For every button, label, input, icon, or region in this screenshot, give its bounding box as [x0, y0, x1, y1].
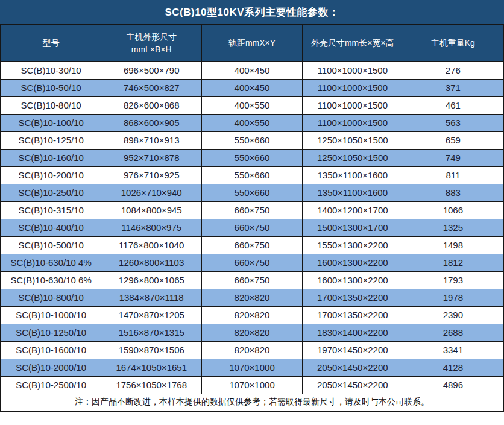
table-cell: 1146×800×975 — [101, 219, 202, 236]
table-cell: 1700×1350×2200 — [302, 306, 403, 324]
table-row: SC(B)10-400/101146×800×975660×7501500×13… — [1, 219, 503, 236]
table-cell: 952×710×878 — [101, 149, 202, 166]
table-cell: 1070×1000 — [202, 376, 303, 394]
table-cell: SC(B)10-50/10 — [1, 79, 101, 96]
table-row: SC(B)10-2000/101674×1050×16511070×100020… — [1, 359, 503, 376]
table-cell: 1793 — [403, 271, 503, 289]
table-header: 型号 主机外形尺寸 mmL×B×H 轨距mmX×Y 外壳尺寸mm长×宽×高 主机… — [1, 25, 503, 61]
table-cell: 1674×1050×1651 — [101, 359, 202, 376]
table-cell: 826×600×868 — [101, 96, 202, 114]
table-cell: SC(B)10-1000/10 — [1, 306, 101, 324]
table-cell: 2050×1450×2200 — [302, 376, 403, 394]
table-row: SC(B)10-1000/101470×870×1205820×8201700×… — [1, 306, 503, 324]
table-cell: 1100×1000×1500 — [302, 114, 403, 131]
table-cell: 400×550 — [202, 114, 303, 131]
table-cell: SC(B)10-160/10 — [1, 149, 101, 166]
table-cell: SC(B)10-250/10 — [1, 184, 101, 201]
table-cell: SC(B)10-125/10 — [1, 131, 101, 149]
table-cell: 2390 — [403, 306, 503, 324]
table-title-bar: SC(B)10型10KV系列主要性能参数： — [0, 0, 504, 24]
column-header-label: 轨距mmX×Y — [228, 38, 276, 48]
table-cell: 550×660 — [202, 184, 303, 201]
table-row: SC(B)10-2500/101756×1050×17681070×100020… — [1, 376, 503, 394]
table-cell: SC(B)10-1600/10 — [1, 341, 101, 359]
table-row: SC(B)10-1250/101516×870×1315820×8201830×… — [1, 324, 503, 341]
table-cell: 1100×1000×1500 — [302, 61, 403, 79]
table-cell: 3341 — [403, 341, 503, 359]
table-cell: SC(B)10-80/10 — [1, 96, 101, 114]
table-cell: 659 — [403, 131, 503, 149]
column-header-rail-gauge: 轨距mmX×Y — [202, 25, 303, 61]
table-cell: SC(B)10-315/10 — [1, 201, 101, 219]
column-header-subline: mmL×B×H — [102, 43, 200, 56]
table-cell: SC(B)10-800/10 — [1, 289, 101, 306]
table-cell: 1400×1200×1700 — [302, 201, 403, 219]
table-cell: 2688 — [403, 324, 503, 341]
table-footer: 注：因产品不断改进，本样本提供的数据仅供参考；若需取得最新尺寸，请及时与本公司联… — [1, 394, 503, 411]
table-cell: 660×750 — [202, 254, 303, 271]
table-cell: 400×550 — [202, 96, 303, 114]
table-cell: 1500×1300×1700 — [302, 219, 403, 236]
table-cell: 1590×870×1506 — [101, 341, 202, 359]
table-cell: 1100×1000×1500 — [302, 96, 403, 114]
table-cell: 1700×1350×2200 — [302, 289, 403, 306]
table-cell: 1978 — [403, 289, 503, 306]
table-row: SC(B)10-800/101384×870×1118820×8201700×1… — [1, 289, 503, 306]
table-cell: 550×660 — [202, 149, 303, 166]
table-cell: 660×750 — [202, 271, 303, 289]
table-cell: 820×820 — [202, 289, 303, 306]
table-cell: 461 — [403, 96, 503, 114]
table-cell: 868×600×905 — [101, 114, 202, 131]
table-cell: 276 — [403, 61, 503, 79]
table-cell: 1384×870×1118 — [101, 289, 202, 306]
table-cell: 660×750 — [202, 201, 303, 219]
table-cell: SC(B)10-30/10 — [1, 61, 101, 79]
table-cell: SC(B)10-400/10 — [1, 219, 101, 236]
table-cell: 371 — [403, 79, 503, 96]
table-row: SC(B)10-100/10868×600×905400×5501100×100… — [1, 114, 503, 131]
table-row: SC(B)10-315/101084×800×945660×7501400×12… — [1, 201, 503, 219]
table-cell: 1325 — [403, 219, 503, 236]
table-cell: 660×750 — [202, 236, 303, 254]
table-cell: 550×660 — [202, 131, 303, 149]
table-cell: 1296×800×1065 — [101, 271, 202, 289]
table-row: SC(B)10-250/101026×710×940550×6601350×11… — [1, 184, 503, 201]
table-cell: 1812 — [403, 254, 503, 271]
table-cell: 820×820 — [202, 306, 303, 324]
table-row: SC(B)10-630/10 4%1260×800×1103660×750160… — [1, 254, 503, 271]
column-header-label: 型号 — [43, 38, 60, 48]
table-row: SC(B)10-80/10826×600×868400×5501100×1000… — [1, 96, 503, 114]
table-cell: 749 — [403, 149, 503, 166]
table-cell: SC(B)10-500/10 — [1, 236, 101, 254]
header-row: 型号 主机外形尺寸 mmL×B×H 轨距mmX×Y 外壳尺寸mm长×宽×高 主机… — [1, 25, 503, 61]
table-row: SC(B)10-500/101176×800×1040660×7501550×1… — [1, 236, 503, 254]
table-cell: 1830×1400×2200 — [302, 324, 403, 341]
table-cell: 1350×1100×1600 — [302, 166, 403, 184]
table-cell: 811 — [403, 166, 503, 184]
table-cell: 660×750 — [202, 219, 303, 236]
table-cell: SC(B)10-2000/10 — [1, 359, 101, 376]
table-cell: SC(B)10-630/10 6% — [1, 271, 101, 289]
table-cell: 1066 — [403, 201, 503, 219]
table-cell: 1970×1450×2200 — [302, 341, 403, 359]
column-header-label: 主机外形尺寸 — [126, 32, 177, 42]
column-header-label: 外壳尺寸mm长×宽×高 — [311, 38, 394, 48]
table-cell: SC(B)10-630/10 4% — [1, 254, 101, 271]
table-cell: 1070×1000 — [202, 359, 303, 376]
table-row: SC(B)10-125/10898×710×913550×6601250×105… — [1, 131, 503, 149]
page-title: SC(B)10型10KV系列主要性能参数： — [165, 5, 339, 19]
table-cell: 400×450 — [202, 61, 303, 79]
column-header-enclosure-dimensions: 外壳尺寸mm长×宽×高 — [302, 25, 403, 61]
table-cell: 1600×1300×2200 — [302, 254, 403, 271]
table-row: SC(B)10-200/10976×710×925550×6601350×110… — [1, 166, 503, 184]
table-cell: 1100×1000×1500 — [302, 79, 403, 96]
table-cell: 820×820 — [202, 324, 303, 341]
table-cell: 746×500×827 — [101, 79, 202, 96]
table-cell: 4896 — [403, 376, 503, 394]
table-cell: SC(B)10-2500/10 — [1, 376, 101, 394]
column-header-label: 主机重量Kg — [431, 38, 475, 48]
table-cell: 976×710×925 — [101, 166, 202, 184]
table-cell: 1176×800×1040 — [101, 236, 202, 254]
table-row: SC(B)10-630/10 6%1296×800×1065660×750160… — [1, 271, 503, 289]
table-cell: 1498 — [403, 236, 503, 254]
